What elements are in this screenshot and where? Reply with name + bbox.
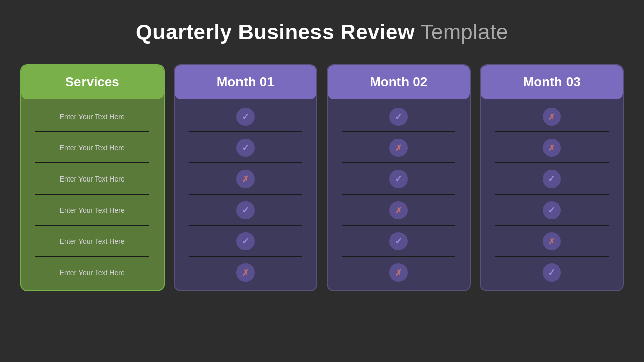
row-item[interactable]: ✗	[328, 132, 470, 163]
row-item[interactable]: ✗	[328, 195, 470, 226]
row-item[interactable]: ✓	[175, 226, 317, 257]
row-item[interactable]: Enter Your Text Here	[21, 226, 164, 257]
cross-icon: ✗	[543, 232, 561, 250]
row-item[interactable]: Enter Your Text Here	[21, 101, 164, 132]
check-icon: ✓	[543, 201, 561, 219]
row-item[interactable]: Enter Your Text Here	[21, 195, 164, 226]
column-body-month03: ✗✗✓✓✗✓	[481, 99, 623, 290]
check-icon: ✓	[543, 263, 561, 282]
row-item[interactable]: Enter Your Text Here	[21, 132, 164, 163]
column-body-month01: ✓✓✗✓✓✗	[175, 99, 317, 290]
column-services: ServicesEnter Your Text HereEnter Your T…	[20, 64, 165, 291]
check-icon: ✓	[236, 201, 255, 219]
cross-icon: ✗	[236, 170, 255, 188]
check-icon: ✓	[236, 232, 255, 250]
row-item[interactable]: ✓	[175, 132, 317, 163]
page-title: Quarterly Business Review Template	[136, 20, 508, 44]
grid-container: ServicesEnter Your Text HereEnter Your T…	[0, 64, 644, 291]
service-text: Enter Your Text Here	[60, 144, 125, 152]
check-icon: ✓	[389, 170, 408, 188]
cross-icon: ✗	[389, 263, 408, 282]
cross-icon: ✗	[236, 263, 255, 282]
service-text: Enter Your Text Here	[60, 175, 125, 183]
column-header-month03: Month 03	[481, 65, 623, 99]
cross-icon: ✗	[543, 139, 561, 157]
row-item[interactable]: ✓	[481, 163, 623, 195]
row-item[interactable]: ✗	[175, 257, 317, 288]
service-text: Enter Your Text Here	[60, 206, 125, 214]
row-item[interactable]: ✓	[481, 257, 623, 288]
row-item[interactable]: Enter Your Text Here	[21, 163, 164, 195]
row-item[interactable]: ✓	[328, 226, 470, 257]
row-item[interactable]: ✓	[175, 195, 317, 226]
service-text: Enter Your Text Here	[60, 268, 125, 277]
check-icon: ✓	[236, 139, 255, 157]
row-item[interactable]: ✗	[481, 101, 623, 132]
service-text: Enter Your Text Here	[60, 113, 125, 121]
check-icon: ✓	[543, 170, 561, 188]
row-item[interactable]: ✓	[175, 101, 317, 132]
column-body-services: Enter Your Text HereEnter Your Text Here…	[21, 99, 164, 290]
column-header-month01: Month 01	[175, 65, 317, 99]
row-item[interactable]: ✗	[328, 257, 470, 288]
cross-icon: ✗	[543, 108, 561, 126]
column-header-services: Services	[21, 65, 164, 99]
check-icon: ✓	[236, 108, 255, 126]
column-month01: Month 01✓✓✗✓✓✗	[174, 64, 318, 291]
row-item[interactable]: Enter Your Text Here	[21, 257, 164, 288]
cross-icon: ✗	[389, 201, 408, 219]
row-item[interactable]: ✓	[481, 195, 623, 226]
service-text: Enter Your Text Here	[60, 237, 125, 245]
column-month02: Month 02✓✗✓✗✓✗	[327, 64, 471, 291]
row-item[interactable]: ✗	[175, 163, 317, 195]
cross-icon: ✗	[389, 139, 408, 157]
row-item[interactable]: ✓	[328, 101, 470, 132]
column-header-month02: Month 02	[328, 65, 470, 99]
row-item[interactable]: ✓	[328, 163, 470, 195]
check-icon: ✓	[389, 108, 408, 126]
row-item[interactable]: ✗	[481, 132, 623, 163]
column-body-month02: ✓✗✓✗✓✗	[328, 99, 470, 290]
row-item[interactable]: ✗	[481, 226, 623, 257]
check-icon: ✓	[389, 232, 408, 250]
column-month03: Month 03✗✗✓✓✗✓	[480, 64, 624, 291]
